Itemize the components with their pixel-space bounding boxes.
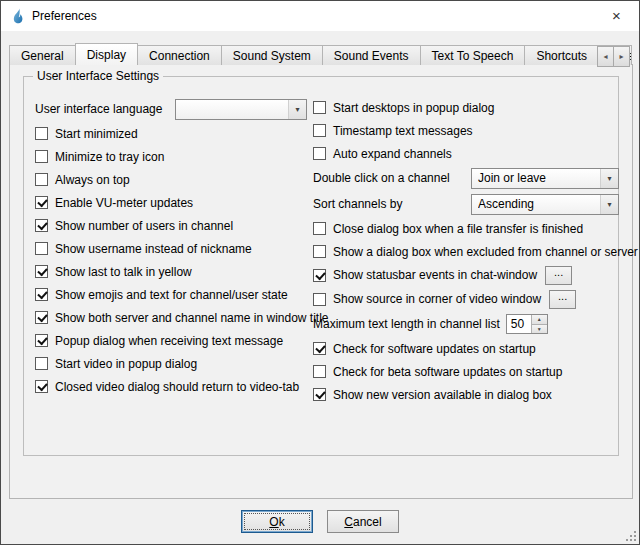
checkbox-last-talk-yellow[interactable]: Show last to talk in yellow (35, 260, 307, 283)
checkbox-box (313, 101, 326, 114)
window-titlebar[interactable]: Preferences × (1, 1, 639, 31)
statusbar-events-row: Show statusbar events in chat-window ... (313, 263, 619, 287)
checkbox-minimize-to-tray[interactable]: Minimize to tray icon (35, 145, 307, 168)
checkbox-label: Show statusbar events in chat-window (333, 268, 537, 282)
checkbox-label: Show last to talk in yellow (55, 265, 192, 279)
language-label: User interface language (35, 102, 162, 116)
checkbox-label: Enable VU-meter updates (55, 196, 193, 210)
window-title: Preferences (32, 9, 97, 23)
checkbox-excluded-dialog[interactable]: Show a dialog box when excluded from cha… (313, 240, 619, 263)
resize-grip-icon[interactable] (623, 528, 637, 542)
checkbox-check-beta-updates[interactable]: Check for beta software updates on start… (313, 360, 619, 383)
checkbox-label: Auto expand channels (333, 147, 452, 161)
checkbox-label: Show emojis and text for channel/user st… (55, 288, 288, 302)
checkbox-box (35, 311, 48, 324)
checkbox-box (35, 150, 48, 163)
group-title: User Interface Settings (33, 69, 163, 83)
sort-channels-value: Ascending (478, 197, 600, 211)
close-icon[interactable]: × (594, 1, 639, 30)
cancel-button[interactable]: Cancel (327, 510, 399, 533)
tab-display[interactable]: Display (75, 43, 138, 65)
checkbox-box (313, 124, 326, 137)
checkbox-label: Show a dialog box when excluded from cha… (333, 245, 638, 259)
checkbox-box[interactable] (313, 293, 326, 306)
checkbox-auto-expand-channels[interactable]: Auto expand channels (313, 142, 619, 165)
checkbox-start-video-popup[interactable]: Start video in popup dialog (35, 352, 307, 375)
video-source-row: Show source in corner of video window ..… (313, 287, 619, 311)
right-column: Start desktops in popup dialog Timestamp… (313, 96, 619, 406)
tab-scroll-left-icon[interactable]: ◂ (597, 46, 614, 67)
checkbox-label: Show new version available in dialog box (333, 388, 552, 402)
checkbox-label: Timestamp text messages (333, 124, 473, 138)
app-icon (9, 8, 25, 24)
chevron-down-icon: ▾ (288, 100, 306, 119)
ok-label: Ok (269, 515, 284, 529)
spin-down-icon[interactable]: ▼ (532, 325, 547, 334)
checkbox-label: Minimize to tray icon (55, 150, 164, 164)
checkbox-show-user-count[interactable]: Show number of users in channel (35, 214, 307, 237)
checkbox-label: Closed video dialog should return to vid… (55, 380, 299, 394)
tab-connection[interactable]: Connection (137, 45, 222, 65)
checkbox-label: Check for beta software updates on start… (333, 365, 562, 379)
chevron-down-icon: ▾ (600, 169, 618, 188)
checkbox-box (313, 147, 326, 160)
tab-scroll-right-icon[interactable]: ▸ (613, 46, 630, 67)
checkbox-label: Start minimized (55, 127, 138, 141)
sort-channels-select[interactable]: Ascending ▾ (471, 194, 619, 215)
tab-sound-system[interactable]: Sound System (221, 45, 323, 65)
checkbox-box (35, 265, 48, 278)
tab-general[interactable]: General (9, 45, 76, 65)
spinner-buttons: ▲ ▼ (531, 315, 547, 333)
video-source-config-button[interactable]: ... (549, 290, 576, 309)
checkbox-box (313, 365, 326, 378)
checkbox-box (35, 334, 48, 347)
checkbox-timestamp-messages[interactable]: Timestamp text messages (313, 119, 619, 142)
checkbox-box (35, 173, 48, 186)
checkbox-start-minimized[interactable]: Start minimized (35, 122, 307, 145)
checkbox-server-channel-in-title[interactable]: Show both server and channel name in win… (35, 306, 307, 329)
button-bar: Ok Cancel (1, 510, 639, 533)
checkbox-box (35, 196, 48, 209)
sort-channels-label: Sort channels by (313, 197, 402, 211)
tab-scrollers: ◂ ▸ (598, 46, 630, 67)
tab-shortcuts[interactable]: Shortcuts (524, 45, 599, 65)
checkbox-start-desktops-popup[interactable]: Start desktops in popup dialog (313, 96, 619, 119)
spin-up-icon[interactable]: ▲ (532, 315, 547, 325)
checkbox-label: Check for software updates on startup (333, 342, 536, 356)
checkbox-label: Popup dialog when receiving text message (55, 334, 283, 348)
max-text-length-label: Maximum text length in channel list (313, 317, 500, 331)
tab-text-to-speech[interactable]: Text To Speech (420, 45, 526, 65)
left-column: User interface language ▾ Start minimize… (35, 96, 307, 398)
checkbox-label: Show username instead of nickname (55, 242, 252, 256)
checkbox-show-username[interactable]: Show username instead of nickname (35, 237, 307, 260)
checkbox-box (35, 380, 48, 393)
checkbox-label: Show both server and channel name in win… (55, 311, 329, 325)
checkbox-box (313, 222, 326, 235)
double-click-value: Join or leave (478, 171, 600, 185)
checkbox-emojis-text-state[interactable]: Show emojis and text for channel/user st… (35, 283, 307, 306)
statusbar-events-config-button[interactable]: ... (545, 266, 572, 285)
checkbox-close-filetransfer-dialog[interactable]: Close dialog box when a file transfer is… (313, 217, 619, 240)
tab-sound-events[interactable]: Sound Events (322, 45, 421, 65)
checkbox-label: Show number of users in channel (55, 219, 233, 233)
checkbox-box (313, 245, 326, 258)
language-select[interactable]: ▾ (175, 99, 307, 120)
tab-bar: General Display Connection Sound System … (9, 43, 631, 65)
checkbox-vu-meter-updates[interactable]: Enable VU-meter updates (35, 191, 307, 214)
max-text-length-spinner[interactable]: 50 ▲ ▼ (506, 314, 548, 334)
checkbox-box (35, 357, 48, 370)
checkbox-box (35, 288, 48, 301)
checkbox-always-on-top[interactable]: Always on top (35, 168, 307, 191)
double-click-label: Double click on a channel (313, 171, 450, 185)
preferences-dialog: Preferences × General Display Connection… (0, 0, 640, 545)
checkbox-label: Start desktops in popup dialog (333, 101, 494, 115)
checkbox-label: Show source in corner of video window (333, 292, 541, 306)
checkbox-popup-text-message[interactable]: Popup dialog when receiving text message (35, 329, 307, 352)
checkbox-check-updates[interactable]: Check for software updates on startup (313, 337, 619, 360)
checkbox-new-version-dialog[interactable]: Show new version available in dialog box (313, 383, 619, 406)
ok-button[interactable]: Ok (241, 510, 313, 533)
checkbox-video-return-tab[interactable]: Closed video dialog should return to vid… (35, 375, 307, 398)
double-click-select[interactable]: Join or leave ▾ (471, 168, 619, 189)
chevron-down-icon: ▾ (600, 195, 618, 214)
checkbox-box[interactable] (313, 269, 326, 282)
